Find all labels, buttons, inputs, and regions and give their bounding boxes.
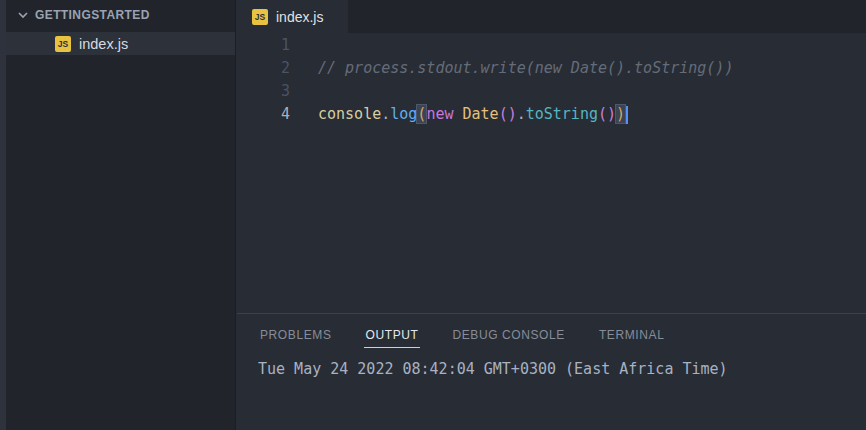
line-content: // process.stdout.write(new Date().toStr… <box>290 57 733 80</box>
code-token: log <box>390 105 417 123</box>
code-editor[interactable]: 12// process.stdout.write(new Date().toS… <box>237 33 866 126</box>
code-token: // process.stdout.write(new Date().toStr… <box>318 59 733 77</box>
js-file-icon: JS <box>55 36 71 52</box>
code-token: ( <box>499 105 508 123</box>
chevron-down-icon <box>17 9 29 21</box>
panel-tab-debug-console[interactable]: DEBUG CONSOLE <box>450 328 567 348</box>
line-number: 2 <box>237 57 290 80</box>
editor-area: JS index.js 12// process.stdout.write(ne… <box>237 0 866 313</box>
explorer-section-label: GETTINGSTARTED <box>35 8 150 22</box>
line-content <box>290 80 318 103</box>
file-item-indexjs[interactable]: JS index.js <box>6 32 235 55</box>
bottom-panel: PROBLEMSOUTPUTDEBUG CONSOLETERMINAL Tue … <box>237 313 866 430</box>
code-line[interactable]: 2// process.stdout.write(new Date().toSt… <box>237 57 866 80</box>
code-token: new <box>426 105 453 123</box>
line-number: 4 <box>237 103 290 126</box>
line-number: 3 <box>237 80 290 103</box>
code-line[interactable]: 4console.log(new Date().toString()) <box>237 103 866 126</box>
code-token: ) <box>616 105 625 123</box>
line-number: 1 <box>237 34 290 57</box>
vscode-window: GETTINGSTARTED JS index.js JS index.js 1… <box>0 0 866 430</box>
code-line[interactable]: 1 <box>237 34 866 57</box>
code-token: console <box>318 105 381 123</box>
panel-tab-terminal[interactable]: TERMINAL <box>597 328 666 348</box>
code-token: . <box>517 105 526 123</box>
code-token: ( <box>598 105 607 123</box>
file-label: index.js <box>79 36 128 52</box>
code-line[interactable]: 3 <box>237 80 866 103</box>
panel-tab-problems[interactable]: PROBLEMS <box>258 328 334 348</box>
code-token: Date <box>463 105 499 123</box>
js-file-icon: JS <box>252 9 268 25</box>
code-token: ) <box>607 105 616 123</box>
tab-label: index.js <box>276 9 323 25</box>
panel-tab-bar: PROBLEMSOUTPUTDEBUG CONSOLETERMINAL <box>237 314 866 348</box>
code-token: . <box>381 105 390 123</box>
line-content <box>290 34 318 57</box>
cursor-caret <box>626 106 628 124</box>
code-token: ) <box>508 105 517 123</box>
explorer-sidebar: GETTINGSTARTED JS index.js <box>6 0 236 430</box>
code-token <box>453 105 462 123</box>
explorer-section-header[interactable]: GETTINGSTARTED <box>6 0 235 26</box>
output-line: Tue May 24 2022 08:42:04 GMT+0300 (East … <box>258 360 866 378</box>
line-content: console.log(new Date().toString()) <box>290 103 628 126</box>
code-token: toString <box>526 105 598 123</box>
panel-tab-output[interactable]: OUTPUT <box>364 328 421 348</box>
editor-tab-bar: JS index.js <box>237 0 866 33</box>
tab-indexjs[interactable]: JS index.js <box>237 0 348 33</box>
